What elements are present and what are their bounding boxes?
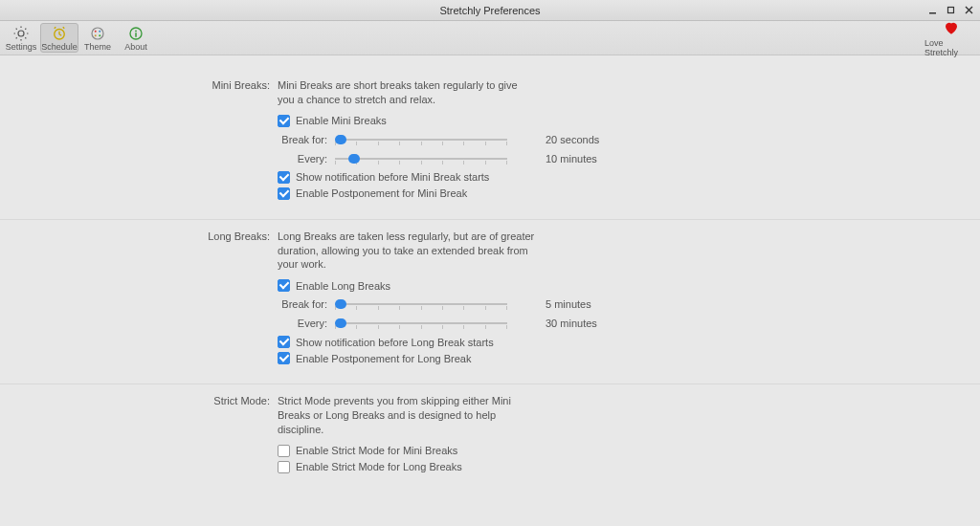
tab-about[interactable]: About [117, 23, 155, 53]
close-button[interactable] [964, 5, 974, 15]
section-label: Mini Breaks: [191, 78, 278, 204]
svg-point-5 [99, 30, 100, 32]
maximize-button[interactable] [946, 5, 956, 15]
strict-mini-label: Enable Strict Mode for Mini Breaks [296, 445, 457, 456]
long-every-label: Every: [278, 318, 335, 329]
long-description: Long Breaks are taken less regularly, bu… [278, 230, 536, 273]
svg-rect-0 [929, 12, 936, 14]
tab-label: Settings [6, 42, 37, 52]
svg-point-9 [135, 30, 137, 32]
mini-breakfor-value: 20 seconds [546, 134, 599, 145]
section-long-breaks: Long Breaks: Long Breaks are taken less … [0, 220, 980, 385]
tab-label: Schedule [41, 42, 78, 52]
tab-settings[interactable]: Settings [2, 23, 40, 53]
tab-label: About [124, 42, 147, 52]
strict-long-label: Enable Strict Mode for Long Breaks [296, 461, 462, 472]
strict-description: Strict Mode prevents you from skipping e… [278, 394, 536, 437]
mini-every-value: 10 minutes [546, 153, 597, 164]
svg-point-3 [92, 28, 103, 39]
section-label: Strict Mode: [191, 394, 278, 477]
mini-postpone-checkbox[interactable] [278, 187, 290, 200]
mini-postpone-label: Enable Postponement for Mini Break [296, 187, 467, 199]
long-notify-label: Show notification before Long Break star… [296, 337, 494, 348]
enable-mini-checkbox[interactable] [278, 115, 290, 127]
svg-point-6 [99, 34, 100, 36]
titlebar: Stretchly Preferences [0, 0, 980, 21]
section-strict-mode: Strict Mode: Strict Mode prevents you fr… [0, 384, 980, 493]
svg-point-7 [95, 34, 97, 36]
strict-mini-checkbox[interactable] [278, 445, 290, 457]
long-every-value: 30 minutes [546, 318, 597, 329]
long-breakfor-label: Break for: [278, 298, 335, 310]
content-area: Mini Breaks: Mini Breaks are short break… [0, 55, 980, 493]
mini-notify-label: Show notification before Mini Break star… [296, 171, 489, 183]
section-label: Long Breaks: [191, 230, 278, 369]
long-breakfor-slider[interactable] [335, 297, 507, 311]
long-postpone-checkbox[interactable] [278, 352, 290, 364]
info-icon [127, 25, 145, 42]
clock-icon [51, 25, 68, 42]
long-breakfor-value: 5 minutes [546, 298, 591, 310]
mini-description: Mini Breaks are short breaks taken regul… [278, 78, 536, 107]
toolbar: Settings Schedule Theme About Love Stret… [0, 21, 980, 55]
window-title: Stretchly Preferences [439, 5, 540, 16]
strict-long-checkbox[interactable] [278, 461, 290, 473]
mini-notify-checkbox[interactable] [278, 171, 290, 184]
minimize-button[interactable] [927, 5, 938, 15]
tab-label: Theme [84, 42, 111, 52]
section-mini-breaks: Mini Breaks: Mini Breaks are short break… [0, 69, 980, 220]
love-label: Love Stretchly [924, 38, 978, 57]
window-controls [927, 0, 974, 20]
mini-breakfor-label: Break for: [278, 134, 335, 145]
tab-schedule[interactable]: Schedule [40, 23, 78, 53]
love-stretchly-button[interactable]: Love Stretchly [924, 21, 978, 55]
mini-breakfor-slider[interactable] [335, 133, 507, 146]
enable-long-checkbox[interactable] [278, 279, 290, 292]
svg-rect-10 [135, 33, 137, 37]
enable-mini-label: Enable Mini Breaks [296, 115, 387, 126]
svg-rect-1 [948, 8, 954, 13]
svg-point-4 [95, 30, 97, 32]
gear-icon [12, 25, 30, 42]
tab-theme[interactable]: Theme [78, 23, 117, 53]
long-notify-checkbox[interactable] [278, 336, 290, 348]
long-postpone-label: Enable Postponement for Long Break [296, 353, 471, 364]
mini-every-label: Every: [278, 153, 335, 164]
palette-icon [89, 25, 106, 42]
heart-icon [942, 19, 961, 38]
mini-every-slider[interactable] [335, 152, 507, 165]
enable-long-label: Enable Long Breaks [296, 280, 390, 292]
long-every-slider[interactable] [335, 317, 507, 330]
